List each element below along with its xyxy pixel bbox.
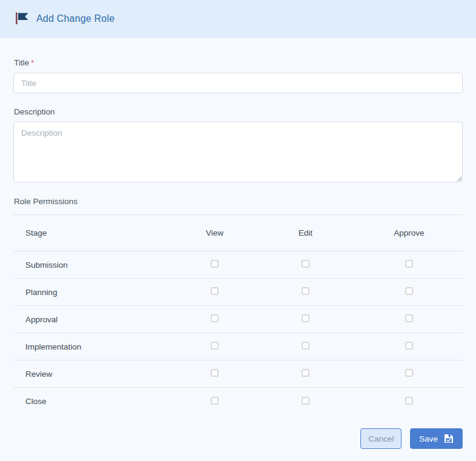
checkbox-approve[interactable]	[405, 397, 413, 405]
stage-label: Submission	[13, 260, 174, 270]
column-header-edit: Edit	[299, 228, 312, 237]
page-title: Add Change Role	[36, 13, 114, 24]
panel-header: Add Change Role	[0, 0, 476, 38]
title-label-text: Title	[14, 58, 29, 67]
checkbox-view[interactable]	[211, 260, 219, 268]
checkbox-view[interactable]	[211, 397, 219, 405]
table-row: Approval	[13, 306, 463, 333]
floppy-disk-icon	[444, 434, 454, 443]
cancel-button[interactable]: Cancel	[360, 428, 402, 449]
stage-label: Planning	[13, 288, 174, 297]
description-label: Description	[14, 107, 463, 116]
checkbox-view[interactable]	[211, 287, 219, 295]
table-row: Implementation	[13, 333, 463, 360]
checkbox-approve[interactable]	[405, 260, 413, 268]
stage-label: Implementation	[13, 342, 174, 351]
checkbox-edit[interactable]	[302, 342, 309, 350]
save-button[interactable]: Save	[410, 428, 463, 449]
permissions-table-header: Stage View Edit Approve	[13, 215, 463, 251]
save-button-label: Save	[419, 434, 438, 443]
column-header-view: View	[206, 228, 223, 237]
table-row: Planning	[13, 279, 463, 306]
checkbox-approve[interactable]	[405, 342, 413, 350]
checkbox-view[interactable]	[211, 342, 219, 350]
column-header-approve: Approve	[394, 228, 424, 237]
title-input[interactable]	[13, 73, 463, 93]
stage-label: Close	[13, 397, 174, 406]
table-row: Review	[13, 360, 463, 388]
checkbox-edit[interactable]	[302, 314, 309, 322]
checkbox-approve[interactable]	[405, 287, 413, 295]
footer-actions: Cancel Save	[13, 428, 463, 449]
permissions-table-body: Submission Planning Approval Implementat…	[13, 251, 463, 415]
checkbox-edit[interactable]	[302, 369, 309, 377]
stage-label: Review	[13, 370, 174, 379]
role-permissions-label: Role Permissions	[14, 197, 463, 206]
stage-label: Approval	[13, 315, 174, 324]
permissions-table: Stage View Edit Approve Submission Plann…	[13, 215, 463, 415]
checkbox-edit[interactable]	[302, 397, 309, 405]
description-textarea[interactable]	[13, 122, 463, 182]
checkbox-approve[interactable]	[405, 369, 413, 377]
checkbox-edit[interactable]	[302, 260, 309, 268]
column-header-stage: Stage	[13, 228, 174, 237]
required-marker: *	[31, 58, 34, 67]
table-row: Submission	[13, 251, 463, 279]
checkbox-edit[interactable]	[302, 287, 309, 295]
checkbox-view[interactable]	[211, 369, 219, 377]
table-row: Close	[13, 388, 463, 415]
form-content: Title* Description Role Permissions Stag…	[0, 58, 476, 449]
flag-icon	[15, 11, 28, 26]
checkbox-view[interactable]	[211, 314, 219, 322]
checkbox-approve[interactable]	[405, 314, 413, 322]
title-label: Title*	[14, 58, 463, 67]
